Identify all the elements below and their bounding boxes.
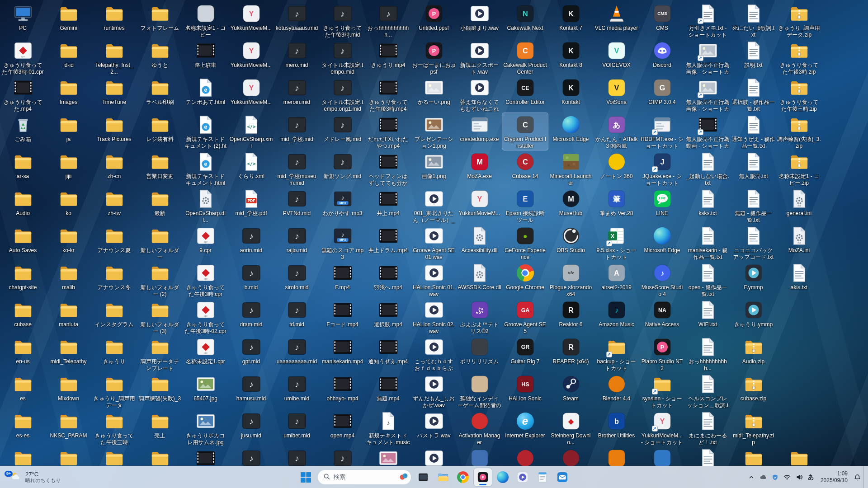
desktop-icon[interactable]: きゅうり: [91, 335, 137, 372]
desktop-icon[interactable]: ぷぷよぷよ™テトリス®2: [457, 298, 502, 335]
desktop-icon[interactable]: [457, 446, 502, 466]
desktop-icon[interactable]: GAGroove Agent SE 5: [502, 298, 548, 335]
desktop-icon[interactable]: アナウンス冬: [91, 261, 137, 298]
desktop-icon[interactable]: 答え知らなくてもむずいねこれい.wav: [457, 76, 502, 113]
desktop-icon[interactable]: Activation Manager: [457, 409, 502, 446]
desktop-icon[interactable]: GGIMP 3.0.4: [639, 76, 685, 113]
desktop-icon[interactable]: ♪Amazon Music: [594, 298, 639, 335]
desktop-icon[interactable]: Gemini: [46, 2, 91, 39]
file-explorer-taskbar-icon[interactable]: [434, 468, 452, 486]
desktop-icon[interactable]: PPiapro Studio NT2: [639, 335, 685, 372]
desktop-icon[interactable]: [91, 446, 137, 466]
desktop-icon[interactable]: HSHALion Sonic: [502, 372, 548, 409]
desktop-icon[interactable]: フォトフレーム: [137, 2, 183, 39]
desktop-icon[interactable]: レジ袋有料: [137, 113, 183, 150]
desktop-icon[interactable]: きゅうり_調声用データ.zip: [776, 2, 822, 39]
desktop-icon[interactable]: midi_Telepathy: [46, 335, 91, 372]
desktop-icon[interactable]: KKontakt 7: [548, 2, 594, 39]
desktop-icon[interactable]: _起動しない場合.txt: [685, 150, 731, 187]
desktop-icon[interactable]: ずんだもん_しおかぜ.wav: [411, 372, 457, 409]
desktop-icon[interactable]: [776, 446, 822, 466]
desktop-icon[interactable]: CMSCMS: [639, 2, 685, 39]
desktop-icon[interactable]: きゅうり食ってた午後三時: [91, 409, 137, 446]
desktop-icon[interactable]: YYukkuriMovieM...: [228, 76, 274, 113]
notepad-taskbar-icon[interactable]: [533, 468, 552, 486]
desktop-icon[interactable]: きゅうり_調声用データ: [91, 372, 137, 409]
desktop-icon[interactable]: Groove Agent SE 01.wav: [411, 224, 457, 261]
desktop-icon[interactable]: ごみ箱: [0, 113, 46, 150]
desktop-icon[interactable]: ♪MP3無題のスコア.mp3: [320, 224, 365, 261]
desktop-icon[interactable]: 最新: [137, 187, 183, 224]
desktop-icon[interactable]: KKontakt 8: [548, 39, 594, 76]
desktop-icon[interactable]: きゅうり.mp4: [365, 39, 411, 76]
desktop-icon[interactable]: malib: [46, 261, 91, 298]
desktop-icon[interactable]: </>OpenCvSharp.xml: [228, 113, 274, 150]
desktop-icon[interactable]: akis.txt: [776, 261, 822, 298]
desktop-icon[interactable]: [0, 446, 46, 466]
tray-chevron-up-icon[interactable]: [746, 468, 757, 486]
desktop-icon[interactable]: J↗JQuake.exe - ショートカット: [639, 150, 685, 187]
desktop-icon[interactable]: 売上: [137, 409, 183, 446]
app-window-taskbar-icon[interactable]: [414, 468, 432, 486]
chrome-taskbar-icon[interactable]: [454, 468, 472, 486]
desktop-icon[interactable]: 65407.jpg: [183, 372, 228, 409]
desktop-icon[interactable]: インスタグラム: [91, 298, 137, 335]
taskbar-clock[interactable]: 1:09 2025/09/10: [817, 468, 851, 486]
desktop-icon[interactable]: 通知うぜえ - 親作品一覧.txt: [731, 113, 776, 150]
desktop-icon[interactable]: ♪mero.mid: [274, 39, 320, 76]
desktop-icon[interactable]: [46, 446, 91, 466]
desktop-icon[interactable]: ♪おっhhhhhhhhhhh...: [365, 2, 411, 39]
start-button[interactable]: [297, 468, 315, 486]
desktop-icon[interactable]: zh-cn: [91, 150, 137, 187]
desktop-icon[interactable]: X↗9.5.xlsx - ショートカット: [594, 224, 639, 261]
desktop-icon[interactable]: きゅうり食ってた午後3時.mp4: [365, 76, 411, 113]
desktop-icon[interactable]: きゅうり食ってた午後三時.zip: [776, 76, 822, 113]
desktop-icon[interactable]: cpr9.cpr: [183, 224, 228, 261]
desktop-icon[interactable]: ♪タイトル未設定.tempo.orig1.mid: [320, 76, 365, 113]
desktop-icon[interactable]: YYukkuriMovieM...: [228, 39, 274, 76]
desktop-icon[interactable]: ♪td.mid: [274, 298, 320, 335]
desktop-icon[interactable]: AWSSDK.Core.dll: [457, 261, 502, 298]
desktop-icon[interactable]: ohhayo-.mp4: [320, 372, 365, 409]
desktop-icon[interactable]: ゆうと: [137, 39, 183, 76]
desktop-icon[interactable]: manisekarin - 親作品一覧.txt: [685, 224, 731, 261]
desktop-icon[interactable]: PDFmid_学校.pdf: [228, 187, 274, 224]
desktop-icon[interactable]: ♪uaaaaaaaaa.mid: [274, 335, 320, 372]
desktop-icon[interactable]: manisekarin.mp4: [320, 335, 365, 372]
desktop-icon[interactable]: 井上ドラム.mp4: [365, 224, 411, 261]
desktop-icon[interactable]: sfzPlogue sforzando x64: [548, 261, 594, 298]
desktop-icon[interactable]: RREAPER (x64): [548, 335, 594, 372]
desktop-icon[interactable]: Microsoft Edge: [639, 224, 685, 261]
desktop-icon[interactable]: 無人販売.txt: [731, 150, 776, 187]
desktop-icon[interactable]: Audio.zip: [731, 335, 776, 372]
desktop-icon[interactable]: ♪PVTNd.mid: [274, 187, 320, 224]
desktop-icon[interactable]: ノートン 360: [594, 150, 639, 187]
desktop-icon[interactable]: cubase.zip: [731, 372, 776, 409]
desktop-icon[interactable]: ♪新規テキストドキュメント.musicxml: [365, 409, 411, 446]
desktop-icon[interactable]: 調声用データテンプレート: [137, 335, 183, 372]
desktop-icon[interactable]: ♪sirofo.mid: [274, 261, 320, 298]
desktop-icon[interactable]: bBrother Utilities: [594, 409, 639, 446]
desktop-icon[interactable]: HALion Sonic 02.wav: [411, 298, 457, 335]
tray-volume-icon[interactable]: [793, 468, 805, 486]
desktop-icon[interactable]: [183, 446, 228, 466]
desktop-icon[interactable]: ヘッドフォンはずしてても分かる.mp4: [365, 150, 411, 187]
desktop-icon[interactable]: まにまにわーるど！.txt: [685, 409, 731, 446]
desktop-icon[interactable]: [594, 446, 639, 466]
desktop-icon[interactable]: HALion Sonic 01.wav: [411, 261, 457, 298]
desktop-icon[interactable]: VVoiSona: [594, 76, 639, 113]
desktop-icon[interactable]: 営業日変更: [137, 150, 183, 187]
desktop-icon[interactable]: 筆筆まめ Ver.28: [594, 187, 639, 224]
desktop-icon[interactable]: だれだFXいれたやつ.mp4: [365, 113, 411, 150]
desktop-icon[interactable]: 死にたい_b歌詞.txt: [731, 2, 776, 39]
tray-wifi-icon[interactable]: [781, 468, 793, 486]
desktop-icon[interactable]: ar-sa: [0, 150, 46, 187]
desktop-icon[interactable]: 無題.mp4: [365, 372, 411, 409]
desktop-icon[interactable]: ニコニコバックアップコード.txt: [731, 224, 776, 261]
desktop-icon[interactable]: VLC media player: [594, 2, 639, 39]
desktop-icon[interactable]: ♪mid_学校.mid: [274, 113, 320, 150]
desktop-icon[interactable]: midi_Telepathy.zip: [731, 409, 776, 446]
desktop-icon[interactable]: open.mp4: [320, 409, 365, 446]
desktop-icon[interactable]: GRGuitar Rig 7: [502, 335, 548, 372]
desktop-icon[interactable]: ↗万引きメモ.txt - ショートカット: [685, 2, 731, 39]
